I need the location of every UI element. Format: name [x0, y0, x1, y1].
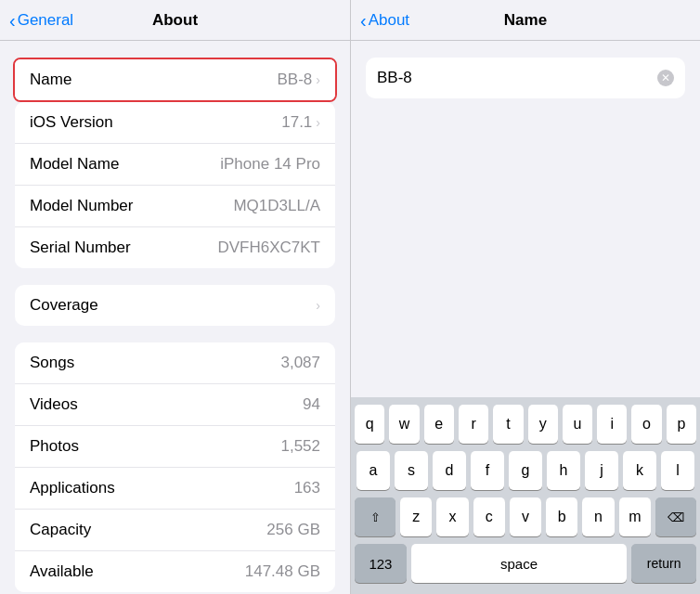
item-value-capacity: 256 GB — [266, 521, 320, 539]
item-label-available: Available — [30, 562, 94, 581]
item-label-ios-version: iOS Version — [30, 113, 113, 132]
key-d[interactable]: d — [433, 451, 466, 490]
key-r[interactable]: r — [459, 405, 488, 444]
name-input-wrapper: ✕ — [366, 58, 685, 98]
list-item-photos[interactable]: Photos 1,552 — [15, 426, 335, 468]
key-i[interactable]: i — [597, 405, 627, 444]
shift-key[interactable]: ⇧ — [355, 497, 395, 536]
key-f[interactable]: f — [471, 451, 504, 490]
group1-rest: iOS Version 17.1 › Model Name iPhone 14 … — [15, 102, 335, 268]
key-p[interactable]: p — [667, 405, 696, 444]
item-value-name: BB-8 › — [278, 71, 320, 89]
keyboard-row-3: ⇧ z x c v b n m ⌫ — [355, 497, 696, 536]
key-n[interactable]: n — [582, 497, 614, 536]
item-label-applications: Applications — [30, 479, 115, 497]
left-nav-title: About — [152, 11, 198, 30]
key-b[interactable]: b — [546, 497, 577, 536]
item-value-serial-number: DVFH6XC7KT — [217, 239, 320, 257]
key-v[interactable]: v — [510, 497, 541, 536]
item-value-videos: 94 — [303, 395, 320, 414]
right-nav-bar: ‹ About Name — [351, 0, 700, 41]
list-item-songs[interactable]: Songs 3,087 — [15, 342, 335, 384]
key-q[interactable]: q — [355, 405, 384, 444]
item-value-ios-version: 17.1 › — [281, 113, 320, 132]
section-group2: Coverage › — [0, 285, 350, 326]
keyboard: q w e r t y u i o p a s d f g h j k l ⇧ … — [351, 397, 700, 594]
settings-list: Name BB-8 › iOS Version 17.1 › Model N — [0, 41, 350, 594]
key-y[interactable]: y — [528, 405, 558, 444]
group3: Songs 3,087 Videos 94 Photos 1,552 Appli… — [15, 342, 335, 592]
space-key[interactable]: space — [411, 544, 627, 583]
left-panel: ‹ General About Name BB-8 › iOS Version — [0, 0, 350, 594]
key-l[interactable]: l — [661, 451, 694, 490]
key-g[interactable]: g — [509, 451, 542, 490]
item-value-model-name: iPhone 14 Pro — [220, 155, 320, 174]
name-input-section: ✕ — [366, 58, 685, 98]
key-z[interactable]: z — [400, 497, 432, 536]
list-item-model-name[interactable]: Model Name iPhone 14 Pro — [15, 144, 335, 186]
chevron-right-icon-ios: › — [316, 115, 320, 130]
key-s[interactable]: s — [395, 451, 428, 490]
chevron-right-icon-coverage: › — [316, 298, 320, 313]
content-area — [351, 98, 700, 397]
key-t[interactable]: t — [493, 405, 523, 444]
list-item-capacity[interactable]: Capacity 256 GB — [15, 510, 335, 551]
list-item-serial-number[interactable]: Serial Number DVFH6XC7KT — [15, 227, 335, 268]
name-input[interactable] — [377, 69, 657, 87]
chevron-right-icon-name: › — [316, 72, 320, 87]
highlighted-name-row: Name BB-8 › — [13, 58, 337, 102]
item-value-photos: 1,552 — [280, 437, 320, 456]
right-panel: ‹ About Name ✕ q w e r t y u i o p a s d… — [350, 0, 700, 594]
item-label-model-number: Model Number — [30, 197, 134, 215]
keyboard-row-2: a s d f g h j k l — [355, 451, 696, 490]
key-k[interactable]: k — [623, 451, 656, 490]
list-item-model-number[interactable]: Model Number MQ1D3LL/A — [15, 186, 335, 227]
item-label-model-name: Model Name — [30, 155, 119, 174]
key-c[interactable]: c — [473, 497, 505, 536]
key-w[interactable]: w — [389, 405, 419, 444]
back-label-general: General — [18, 11, 73, 30]
item-label-coverage: Coverage — [30, 296, 98, 315]
list-item-available[interactable]: Available 147.48 GB — [15, 551, 335, 592]
right-nav-title: Name — [504, 11, 547, 30]
group2: Coverage › — [15, 285, 335, 326]
keyboard-row-4: 123 space return — [355, 544, 696, 583]
key-h[interactable]: h — [547, 451, 580, 490]
item-label-capacity: Capacity — [30, 521, 91, 539]
key-m[interactable]: m — [619, 497, 651, 536]
item-value-songs: 3,087 — [280, 354, 320, 372]
key-o[interactable]: o — [631, 405, 661, 444]
clear-input-button[interactable]: ✕ — [657, 70, 674, 86]
item-value-available: 147.48 GB — [245, 562, 320, 581]
item-label-songs: Songs — [30, 354, 74, 372]
key-u[interactable]: u — [563, 405, 592, 444]
section-group3: Songs 3,087 Videos 94 Photos 1,552 Appli… — [0, 342, 350, 592]
item-value-coverage: › — [316, 298, 320, 313]
list-item-videos[interactable]: Videos 94 — [15, 384, 335, 426]
chevron-left-icon: ‹ — [9, 11, 16, 30]
back-button-general[interactable]: ‹ General — [9, 11, 73, 30]
keyboard-row-1: q w e r t y u i o p — [355, 405, 696, 444]
key-e[interactable]: e — [424, 405, 454, 444]
item-value-model-number: MQ1D3LL/A — [233, 197, 320, 215]
item-label-videos: Videos — [30, 395, 78, 414]
back-label-about: About — [369, 11, 409, 30]
item-value-applications: 163 — [294, 479, 320, 497]
left-nav-bar: ‹ General About — [0, 0, 350, 41]
list-item-ios-version[interactable]: iOS Version 17.1 › — [15, 102, 335, 144]
list-item-applications[interactable]: Applications 163 — [15, 468, 335, 510]
list-item-coverage[interactable]: Coverage › — [15, 285, 335, 326]
item-label-photos: Photos — [30, 437, 79, 456]
return-key[interactable]: return — [631, 544, 696, 583]
item-label-serial-number: Serial Number — [30, 239, 131, 257]
back-button-about[interactable]: ‹ About — [360, 11, 409, 30]
key-a[interactable]: a — [356, 451, 390, 490]
key-j[interactable]: j — [585, 451, 618, 490]
chevron-left-icon-right: ‹ — [360, 11, 367, 30]
item-label-name: Name — [30, 71, 71, 89]
backspace-key[interactable]: ⌫ — [655, 497, 696, 536]
numbers-key[interactable]: 123 — [355, 544, 407, 583]
key-x[interactable]: x — [436, 497, 468, 536]
list-item-name[interactable]: Name BB-8 › — [15, 59, 335, 100]
section-group1: Name BB-8 › iOS Version 17.1 › Model N — [0, 58, 350, 268]
